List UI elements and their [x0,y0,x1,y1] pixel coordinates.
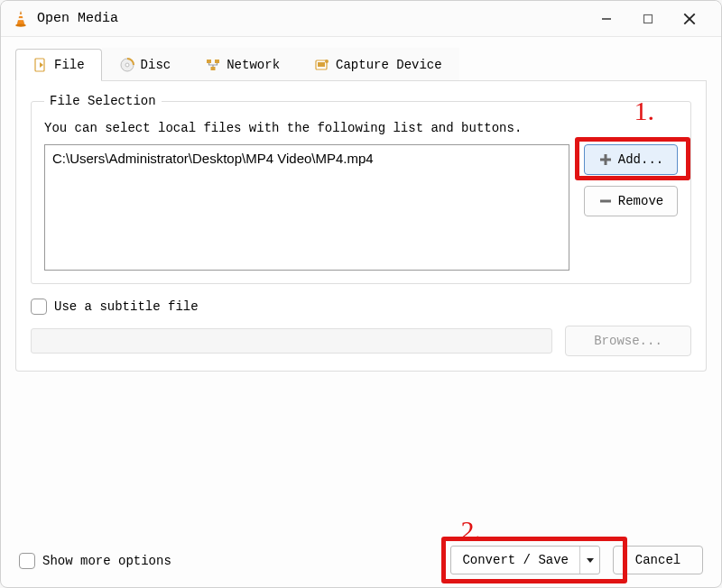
cancel-button-label: Cancel [635,553,680,567]
remove-button-label: Remove [618,194,663,208]
convert-save-label[interactable]: Convert / Save [451,547,579,574]
minimize-button[interactable] [586,5,627,32]
file-panel: File Selection You can select local file… [15,81,707,372]
show-more-checkbox[interactable] [19,553,35,569]
subtitle-checkbox-row[interactable]: Use a subtitle file [31,299,691,315]
show-more-label: Show more options [42,554,171,568]
tab-network-label: Network [227,58,280,72]
tab-file-label: File [54,58,85,72]
svg-rect-2 [18,18,23,20]
tab-capture[interactable]: Capture Device [297,48,459,80]
tab-network[interactable]: Network [188,48,297,80]
subtitle-checkbox[interactable] [31,299,47,315]
svg-rect-13 [215,60,219,63]
vlc-cone-icon [12,10,30,28]
close-button[interactable] [669,5,710,32]
minus-icon [598,194,613,208]
network-icon [205,57,221,73]
svg-rect-14 [211,67,216,70]
svg-rect-16 [318,62,325,67]
tab-disc-label: Disc [141,58,171,72]
svg-point-17 [325,60,329,63]
file-selection-hint: You can select local files with the foll… [44,121,678,135]
svg-marker-0 [17,11,24,24]
add-button-label: Add... [618,152,663,167]
svg-rect-12 [207,60,211,63]
disc-icon [119,57,135,73]
convert-save-button[interactable]: Convert / Save [450,546,600,574]
browse-button-label: Browse... [594,334,662,348]
svg-rect-5 [644,14,653,23]
file-list-item[interactable]: C:\Users\Administrator\Desktop\MP4 Video… [52,151,561,166]
content-area: File Disc Network Capture Device [1,37,721,587]
convert-save-dropdown[interactable] [579,547,599,574]
remove-button[interactable]: Remove [584,186,678,216]
tab-capture-label: Capture Device [336,58,442,72]
annotation-2: 2. [461,515,482,546]
svg-rect-1 [19,14,23,16]
add-button[interactable]: Add... [584,144,678,175]
window-title: Open Media [37,11,586,26]
subtitle-checkbox-label: Use a subtitle file [54,299,199,314]
file-selection-group: File Selection You can select local file… [31,94,691,284]
plus-icon [598,152,613,167]
svg-marker-21 [587,558,594,563]
tab-disc[interactable]: Disc [102,48,189,80]
maximize-button[interactable] [627,5,669,32]
file-icon [32,57,49,73]
titlebar: Open Media [1,1,721,37]
subtitle-path-field [31,328,552,354]
capture-icon [314,57,330,73]
svg-point-11 [125,63,129,67]
tab-strip: File Disc Network Capture Device [15,48,707,81]
tab-file[interactable]: File [15,49,102,81]
file-selection-legend: File Selection [44,94,162,108]
cancel-button[interactable]: Cancel [613,546,703,574]
svg-point-3 [15,23,26,26]
bottom-action-bar: Convert / Save Cancel [450,546,703,574]
file-list[interactable]: C:\Users\Administrator\Desktop\MP4 Video… [44,144,569,271]
open-media-window: Open Media File Disc [0,0,722,588]
browse-button: Browse... [565,326,691,356]
